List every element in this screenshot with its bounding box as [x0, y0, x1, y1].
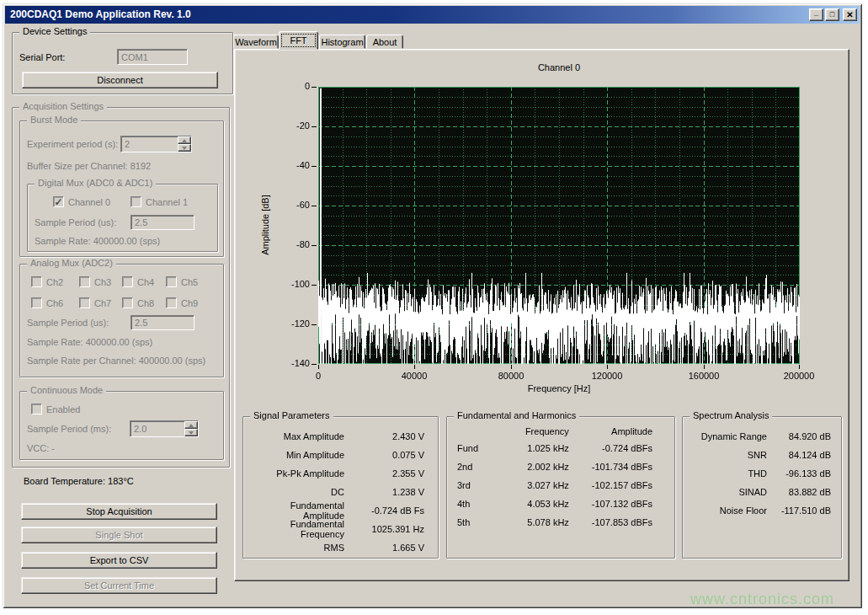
serial-port-field: COM1: [117, 49, 188, 65]
ch4-label: Ch4: [137, 277, 154, 287]
param-value: 1025.391 Hz: [344, 524, 424, 534]
device-settings-group: Device Settings Serial Port: COM1 Discon…: [12, 32, 233, 94]
experiment-period-stepper: 2: [120, 136, 192, 152]
ch4-checkbox: Ch4: [122, 276, 154, 287]
checkbox-box: [31, 297, 42, 308]
burst-mode-label: Burst Mode: [27, 115, 81, 125]
metric-label: Dynamic Range: [690, 431, 767, 441]
continuous-sample-period-stepper: 2.0: [130, 420, 199, 437]
param-label: Pk-Pk Amplitude: [250, 468, 344, 479]
metric-label: Noise Floor: [690, 505, 767, 516]
channel-1-checkbox: Channel 1: [130, 196, 188, 207]
stop-acquisition-button[interactable]: Stop Acquisition: [21, 503, 217, 520]
board-temperature-text: Board Temperature: 183°C: [24, 476, 134, 486]
harmonic-frequency: 5.078 kHz: [498, 517, 569, 527]
table-row: Max Amplitude2.430 V: [243, 427, 438, 446]
burst-mode-group: Burst Mode Experiment period (s): 2 Buff…: [19, 120, 224, 257]
chart-title: Channel 0: [318, 62, 800, 72]
metric-value: 84.124 dB: [767, 450, 831, 460]
harmonic-name: 4th: [457, 499, 498, 509]
digital-sample-period-label: Sample Period (us):: [35, 217, 116, 227]
ch7-checkbox: Ch7: [79, 297, 111, 308]
maximize-icon[interactable]: □: [825, 8, 839, 21]
param-label: Fundamental Amplitude: [250, 500, 344, 521]
screen: 200CDAQ1 Demo Application Rev. 1.0 _ □ ✕…: [0, 0, 868, 615]
table-row: Fundamental Frequency1025.391 Hz: [243, 520, 438, 538]
minimize-icon[interactable]: _: [809, 8, 823, 21]
harmonic-amplitude: -107.132 dBFs: [569, 499, 652, 509]
device-settings-label: Device Settings: [19, 26, 90, 36]
channel-1-label: Channel 1: [146, 197, 188, 207]
tab-histogram[interactable]: Histogram: [319, 35, 365, 49]
digital-sample-period-field: 2.5: [130, 215, 194, 230]
digital-sample-period-value: 2.5: [131, 217, 194, 227]
table-header-row: Frequency Amplitude: [447, 424, 674, 439]
analog-mux-label: Analog Mux (ADC2): [27, 258, 116, 268]
table-row: Pk-Pk Amplitude2.355 V: [243, 464, 438, 483]
checkbox-box: ✓: [53, 196, 64, 207]
acquisition-settings-group: Acquisition Settings Burst Mode Experime…: [12, 107, 230, 468]
param-label: Fundamental Frequency: [250, 519, 344, 539]
enabled-checkbox: Enabled: [31, 404, 80, 414]
spin-down-icon: [178, 144, 191, 152]
tab-waveform[interactable]: Waveform: [233, 35, 279, 49]
param-label: DC: [250, 487, 344, 497]
table-row: DC1.238 V: [243, 483, 438, 501]
analog-sample-rate-text: Sample Rate: 400000.00 (sps): [27, 337, 152, 347]
param-label: Min Amplitude: [250, 450, 344, 460]
checkbox-box: [166, 276, 177, 287]
analog-sample-period-value: 2.5: [131, 318, 194, 328]
digital-mux-group: Digital Mux (ADC0 & ADC1) ✓ Channel 0 Ch…: [27, 184, 218, 252]
harmonics-panel-label: Fundamental and Harmonics: [454, 410, 579, 420]
spin-up-icon: [178, 136, 191, 144]
ch6-label: Ch6: [46, 298, 63, 308]
ch2-checkbox: Ch2: [31, 276, 63, 287]
param-value: 2.355 V: [344, 468, 424, 479]
titlebar: 200CDAQ1 Demo Application Rev. 1.0 _ □ ✕: [5, 6, 860, 24]
tab-about[interactable]: About: [366, 35, 403, 49]
close-icon[interactable]: ✕: [843, 8, 857, 21]
ch3-label: Ch3: [94, 277, 111, 287]
spectrum-analysis-panel: Spectrum Analysis Dynamic Range84.920 dB…: [682, 416, 842, 559]
ch5-checkbox: Ch5: [166, 276, 198, 287]
table-row: 3rd3.027 kHz-102.157 dBFs: [447, 476, 674, 495]
harmonic-name: Fund: [457, 443, 498, 453]
metric-value: 83.882 dB: [767, 487, 831, 497]
analog-mux-group: Analog Mux (ADC2) Ch2 Ch3 Ch4 Ch5: [19, 264, 224, 377]
analog-sample-period-field: 2.5: [130, 315, 194, 330]
continuous-mode-label: Continuous Mode: [27, 385, 106, 395]
param-label: RMS: [250, 543, 344, 553]
channel-0-label: Channel 0: [68, 197, 110, 207]
checkbox-box: [31, 404, 42, 414]
checkbox-box: [166, 297, 177, 308]
table-row: Dynamic Range84.920 dB: [683, 427, 841, 446]
signal-parameters-panel: Signal Parameters Max Amplitude2.430 V M…: [242, 416, 439, 559]
checkmark-icon: ✓: [54, 198, 62, 206]
y-axis-label: Amplitude [dB]: [260, 174, 272, 275]
disconnect-button[interactable]: Disconnect: [22, 72, 218, 88]
metric-label: THD: [690, 468, 767, 479]
channel-0-checkbox: ✓ Channel 0: [53, 196, 110, 207]
ch6-checkbox: Ch6: [31, 297, 63, 308]
buffer-size-text: Buffer Size per Channel: 8192: [27, 161, 151, 171]
table-row: SINAD83.882 dB: [683, 483, 841, 501]
set-current-time-button: Set Current Time: [21, 577, 217, 594]
signal-parameters-label: Signal Parameters: [250, 410, 333, 420]
param-value: 1.238 V: [344, 487, 424, 497]
checkbox-box: [122, 297, 133, 308]
watermark: www.cntronics.com: [690, 591, 834, 608]
harmonic-frequency: 2.002 kHz: [498, 462, 569, 472]
spinner: [178, 136, 191, 152]
spin-up-icon: [184, 421, 198, 429]
param-value: -0.724 dB Fs: [344, 505, 424, 516]
tab-fft[interactable]: FFT: [279, 31, 318, 50]
harmonic-name: 5th: [457, 517, 498, 527]
fft-plot: [318, 87, 800, 364]
export-to-csv-button[interactable]: Export to CSV: [21, 552, 217, 569]
table-row: 2nd2.002 kHz-101.734 dBFs: [447, 457, 674, 476]
harmonic-name: 3rd: [457, 480, 498, 490]
table-row: Min Amplitude0.075 V: [243, 446, 438, 464]
harmonic-amplitude: -101.734 dBFs: [569, 462, 652, 472]
metric-value: -96.133 dB: [767, 468, 831, 479]
metric-value: -117.510 dB: [767, 505, 831, 516]
